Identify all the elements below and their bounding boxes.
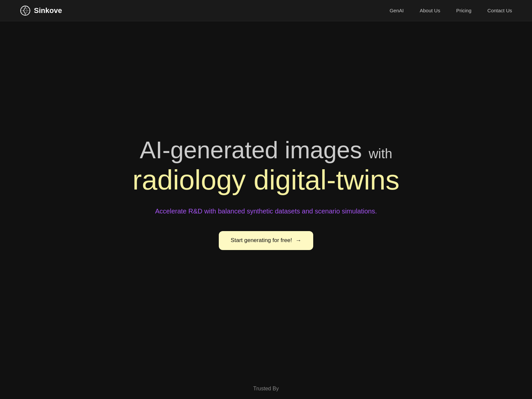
navbar: Sinkove GenAI About Us Pricing Contact U… bbox=[0, 0, 532, 21]
nav-link-pricing[interactable]: Pricing bbox=[456, 8, 471, 13]
nav-link-genai[interactable]: GenAI bbox=[390, 8, 404, 13]
hero-title-text: AI-generated images bbox=[140, 137, 362, 163]
logo-text: Sinkove bbox=[34, 6, 62, 15]
nav-link-about[interactable]: About Us bbox=[420, 8, 440, 13]
trusted-label: Trusted By bbox=[0, 386, 532, 392]
nav-link-contact[interactable]: Contact Us bbox=[487, 8, 512, 13]
hero-title-block: AI-generated images with radiology digit… bbox=[132, 137, 399, 207]
trusted-section: Trusted By e Builder Incubator Pioneer A… bbox=[0, 366, 532, 399]
hero-cta-label: Start generating for free! bbox=[231, 237, 292, 244]
nav-item-pricing[interactable]: Pricing bbox=[456, 8, 471, 14]
hero-subtitle: Accelerate R&D with balanced synthetic d… bbox=[155, 207, 377, 215]
nav-item-about[interactable]: About Us bbox=[420, 8, 440, 14]
nav-item-contact[interactable]: Contact Us bbox=[487, 8, 512, 14]
nav-item-genai[interactable]: GenAI bbox=[390, 8, 404, 14]
hero-cta-button[interactable]: Start generating for free! → bbox=[219, 231, 313, 250]
logo-link[interactable]: Sinkove bbox=[20, 5, 62, 16]
hero-with-text: with bbox=[369, 146, 392, 161]
arrow-icon: → bbox=[295, 237, 301, 244]
hero-section: AI-generated images with radiology digit… bbox=[0, 0, 532, 366]
logo-icon bbox=[20, 5, 31, 16]
hero-title-line1: AI-generated images with bbox=[132, 137, 399, 163]
nav-links: GenAI About Us Pricing Contact Us bbox=[390, 8, 512, 14]
hero-title-line2: radiology digital-twins bbox=[132, 163, 399, 197]
